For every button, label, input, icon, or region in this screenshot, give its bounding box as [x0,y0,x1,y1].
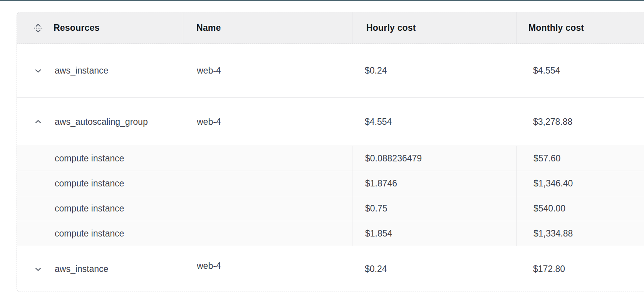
component-label-cell: compute instance [17,196,352,221]
name-cell: web-4 [183,243,352,289]
monthly-cost-value: $172.80 [533,264,565,274]
monthly-cost-cell: $4.554 [517,44,644,97]
column-header-monthly-cost: Monthly cost [528,23,584,33]
hourly-cost-value: $0.24 [365,264,387,274]
resource-name: web-4 [197,117,221,127]
hourly-cost-cell: $0.24 [352,44,517,97]
chevron-down-icon[interactable] [33,66,43,76]
monthly-cost-cell: $57.60 [517,146,644,171]
resource-name: web-4 [197,261,221,271]
column-header-hourly-cost: Hourly cost [366,23,416,33]
chevron-down-icon[interactable] [33,264,43,274]
hourly-cost-value: $0.75 [365,203,387,214]
hourly-cost-value: $0.24 [365,65,387,76]
resource-cell: aws_autoscaling_group [17,98,183,146]
hourly-cost-cell: $1.854 [352,221,517,246]
expand-collapse-rows-icon[interactable] [33,23,43,33]
cost-breakdown-table: Resources Name Hourly cost Monthly cost … [17,12,644,292]
chevron-up-icon[interactable] [33,117,43,127]
component-label: compute instance [55,153,124,164]
component-label: compute instance [55,203,124,214]
resource-cell: aws_instance [17,246,183,292]
header-cell-hourly-cost: Hourly cost [352,12,517,44]
name-cell: web-4 [183,44,352,97]
hourly-cost-cell: $0.088236479 [352,146,517,171]
monthly-cost-value: $1,346.40 [533,178,573,189]
resource-cell: aws_instance [17,44,183,97]
component-label: compute instance [55,178,124,189]
hourly-cost-cell: $1.8746 [352,171,517,196]
monthly-cost-value: $540.00 [533,203,565,214]
column-header-resources: Resources [54,23,99,33]
hourly-cost-value: $0.088236479 [365,153,422,164]
page-top-accent-bar [0,0,644,1]
hourly-cost-value: $1.8746 [365,178,397,189]
header-cell-resources: Resources [17,12,183,44]
resource-name: web-4 [197,65,221,76]
header-cell-name: Name [183,12,352,44]
component-row-compute-instance: compute instance $1.8746 $1,346.40 [17,171,644,196]
name-cell: web-4 [183,98,352,146]
column-header-name: Name [196,23,221,33]
table-row-aws-autoscaling-group: aws_autoscaling_group web-4 $4.554 $3,27… [17,97,644,146]
component-row-compute-instance: compute instance $1.854 $1,334.88 [17,221,644,246]
monthly-cost-value: $1,334.88 [533,228,573,239]
table-header-row: Resources Name Hourly cost Monthly cost [17,12,644,44]
hourly-cost-cell: $0.75 [352,196,517,221]
monthly-cost-cell: $172.80 [517,246,644,292]
component-label: compute instance [55,228,124,239]
monthly-cost-cell: $1,346.40 [517,171,644,196]
component-label-cell: compute instance [17,221,352,246]
monthly-cost-cell: $1,334.88 [517,221,644,246]
component-label-cell: compute instance [17,171,352,196]
table-row-aws-instance-2: aws_instance web-4 $0.24 $172.80 [17,246,644,292]
hourly-cost-cell: $0.24 [352,246,517,292]
monthly-cost-cell: $540.00 [517,196,644,221]
resource-type-label: aws_autoscaling_group [55,117,148,127]
monthly-cost-value: $3,278.88 [533,117,572,127]
component-row-compute-instance: compute instance $0.75 $540.00 [17,196,644,221]
hourly-cost-value: $4.554 [365,117,392,127]
monthly-cost-value: $57.60 [533,153,560,164]
hourly-cost-cell: $4.554 [352,98,517,146]
component-label-cell: compute instance [17,146,352,171]
monthly-cost-cell: $3,278.88 [517,98,644,146]
header-cell-monthly-cost: Monthly cost [517,12,644,44]
component-row-compute-instance: compute instance $0.088236479 $57.60 [17,146,644,171]
hourly-cost-value: $1.854 [365,228,392,239]
resource-type-label: aws_instance [55,65,108,76]
resource-type-label: aws_instance [55,264,108,274]
table-row-aws-instance-1: aws_instance web-4 $0.24 $4.554 [17,44,644,97]
monthly-cost-value: $4.554 [533,65,560,76]
